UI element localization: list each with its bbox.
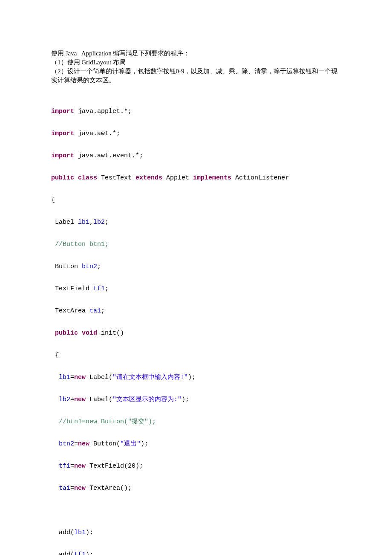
code-line: btn2=new Button("退出"); xyxy=(51,439,341,450)
code-line: //btn1=new Button("提交"); xyxy=(51,416,341,428)
code-line: TextField tf1; xyxy=(51,283,341,295)
code-line: add(tf1); xyxy=(51,549,341,555)
prose-line: （2）设计一个简单的计算器，包括数字按钮0-9，以及加、减、乘、除、清零，等于运… xyxy=(51,67,341,85)
code-line xyxy=(51,505,341,516)
code-line: lb2=new Label("文本区显示的内容为:"); xyxy=(51,394,341,405)
code-line: { xyxy=(51,350,341,361)
document-page: 使用 Java Application 编写满足下列要求的程序： （1）使用 G… xyxy=(0,0,392,555)
code-line: Label lb1,lb2; xyxy=(51,217,341,228)
code-line: lb1=new Label("请在文本框中输入内容!"); xyxy=(51,372,341,383)
code-line: TextArea ta1; xyxy=(51,306,341,317)
code-block: import java.applet.*; import java.awt.*;… xyxy=(51,95,341,555)
code-line: import java.applet.*; xyxy=(51,106,341,117)
code-line: add(lb1); xyxy=(51,527,341,538)
code-line: public void init() xyxy=(51,328,341,339)
code-line: //Button btn1; xyxy=(51,239,341,250)
problem-statement: 使用 Java Application 编写满足下列要求的程序： （1）使用 G… xyxy=(51,49,341,85)
code-line: Button btn2; xyxy=(51,261,341,272)
prose-line: 使用 Java Application 编写满足下列要求的程序： xyxy=(51,49,341,58)
code-line: import java.awt.event.*; xyxy=(51,150,341,162)
prose-line: （1）使用 GridLayout 布局 xyxy=(51,58,341,67)
code-line: tf1=new TextField(20); xyxy=(51,461,341,472)
code-line: public class TestText extends Applet imp… xyxy=(51,173,341,184)
code-line: { xyxy=(51,195,341,206)
code-line: ta1=new TextArea(); xyxy=(51,483,341,494)
code-line: import java.awt.*; xyxy=(51,128,341,139)
